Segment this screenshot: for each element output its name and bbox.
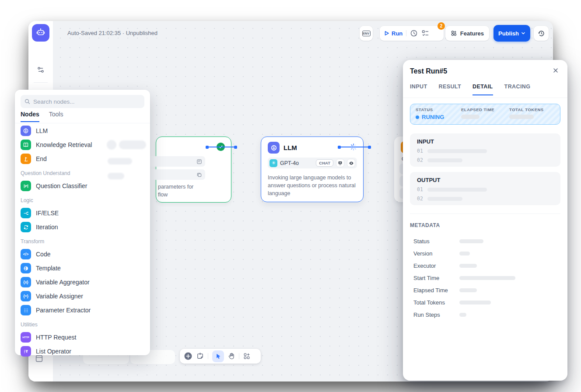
hand-tool-button[interactable] [228, 353, 235, 360]
llm-node-title: LLM [284, 144, 297, 151]
canvas-toolbar [180, 349, 261, 364]
app-robot-icon[interactable] [32, 24, 49, 42]
meta-row-status: Status [413, 235, 558, 247]
node-item-if-else[interactable]: IF/ELSE [15, 206, 150, 220]
divider [406, 30, 406, 36]
metadata-rows: Status Version Executor Start Time Elaps… [413, 235, 558, 321]
output-card: OUTPUT 01 02 [410, 172, 560, 205]
node-item-parameter-extractor[interactable]: Parameter Extractor [15, 303, 150, 317]
run-history-icon[interactable] [410, 29, 418, 37]
add-node-button[interactable] [184, 352, 192, 360]
section-utilities: Utilities [15, 317, 150, 330]
metadata-label: METADATA [410, 222, 440, 228]
autosave-status: Auto-Saved 21:02:35 · Unpublished [67, 30, 158, 36]
node-item-template[interactable]: Template [15, 261, 150, 275]
elapsed-time-skeleton [461, 115, 480, 119]
row-index: 02 [417, 196, 423, 202]
section-question-understand: Question Understand [15, 166, 150, 179]
meta-skeleton [459, 301, 491, 304]
chat-mode-badge: CHAT [316, 159, 333, 167]
flag-icon [21, 154, 31, 164]
screen: parameters for flow LLM [0, 0, 581, 392]
divider [239, 353, 239, 359]
section-logic: Logic [15, 193, 150, 206]
llm-input-handle[interactable] [234, 146, 237, 149]
play-icon [384, 31, 389, 36]
node-item-iteration[interactable]: Iteration [15, 220, 150, 234]
tab-result[interactable]: RESULT [439, 84, 461, 95]
llm-output-handle[interactable] [338, 146, 341, 149]
run-toolbar-group: Run [380, 26, 444, 41]
tab-tools[interactable]: Tools [49, 111, 63, 122]
meta-row-executor: Executor [413, 259, 558, 272]
features-icon [451, 30, 457, 37]
copy-icon [196, 172, 202, 178]
meta-skeleton [459, 313, 466, 317]
model-selector[interactable]: ✳ GPT-4o CHAT [268, 158, 357, 168]
loop-icon [21, 222, 31, 232]
node-item-variable-aggregator[interactable]: {x} Variable Aggregator [15, 275, 150, 289]
restore-clock-icon [538, 30, 545, 37]
start-node-description: parameters for flow [158, 183, 193, 199]
elapsed-time-label: ELAPSED TIME [461, 107, 509, 112]
run-panel-tabs: INPUT RESULT DETAIL TRACING [410, 84, 530, 95]
book-icon [21, 140, 31, 150]
pointer-tool-button[interactable] [212, 350, 224, 362]
output-skeleton [427, 188, 487, 192]
search-box[interactable] [21, 95, 144, 108]
version-history-button[interactable] [534, 26, 549, 41]
node-item-code[interactable]: </> Code [15, 247, 150, 261]
meta-skeleton [459, 239, 483, 243]
settings-sliders-icon[interactable] [36, 66, 46, 74]
divider [410, 214, 560, 214]
tab-tracing[interactable]: TRACING [504, 84, 531, 95]
output-skeleton [427, 197, 462, 201]
divider [34, 82, 48, 83]
node-item-llm[interactable]: LLM [15, 124, 150, 138]
end-input-handle[interactable] [368, 146, 371, 149]
input-label: INPUT [417, 138, 553, 145]
row-index: 01 [417, 186, 423, 192]
env-button[interactable]: ENV [360, 26, 373, 41]
llm-icon [21, 126, 31, 136]
tab-nodes[interactable]: Nodes [21, 111, 39, 122]
organize-layout-button[interactable] [243, 353, 250, 360]
model-name: GPT-4o [280, 160, 313, 166]
tab-detail[interactable]: DETAIL [472, 84, 493, 95]
llm-node-description: Invoking large language models to answer… [268, 174, 357, 197]
close-icon[interactable] [553, 67, 559, 74]
publish-button[interactable]: Publish [494, 25, 530, 42]
meta-row-elapsed-time: Elapsed Time [413, 284, 558, 296]
env-icon: ENV [362, 31, 371, 36]
node-item-http-request[interactable]: HTTP HTTP Request [15, 330, 150, 344]
gpt4o-model-icon: ✳ [270, 159, 277, 167]
checklist-count-badge: 2 [438, 22, 445, 30]
search-nodes-input[interactable] [33, 98, 140, 105]
running-dot-icon [416, 116, 419, 119]
add-note-button[interactable] [196, 353, 204, 360]
grid-dots-icon [21, 305, 31, 315]
node-item-question-classifier[interactable]: Question Classifier [15, 179, 150, 193]
divider [403, 98, 567, 98]
meta-row-start-time: Start Time [413, 272, 558, 284]
status-card: STATUS RUNING ELAPSED TIME TOTAL TOKENS [410, 104, 560, 125]
start-output-handle[interactable] [206, 146, 209, 149]
section-transform: Transform [15, 234, 150, 247]
meta-row-total-tokens: Total Tokens [413, 296, 558, 308]
features-button[interactable]: Features [445, 26, 489, 41]
meta-skeleton [459, 288, 477, 292]
node-item-variable-assigner[interactable]: {=} Variable Assigner [15, 289, 150, 303]
checklist-icon[interactable] [421, 29, 429, 37]
status-value: RUNING [416, 114, 461, 120]
tab-input[interactable]: INPUT [410, 84, 427, 95]
meta-row-version: Version [413, 247, 558, 259]
meta-skeleton [459, 252, 470, 256]
vision-icon [336, 159, 344, 167]
node-item-list-operator[interactable]: List Operator [15, 344, 150, 358]
run-panel-title: Test Run#5 [410, 67, 447, 75]
run-button[interactable]: Run [384, 30, 402, 37]
row-index: 01 [417, 148, 423, 154]
llm-icon [268, 142, 280, 154]
eye-icon [347, 159, 355, 167]
meta-skeleton [459, 276, 515, 280]
